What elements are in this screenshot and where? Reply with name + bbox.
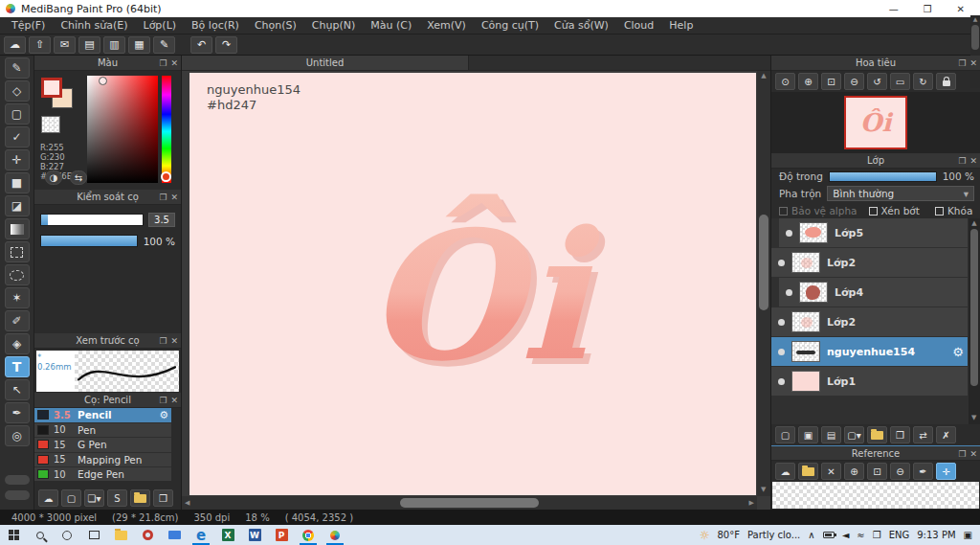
brush-row-gpen[interactable]: 15 G Pen [34, 438, 171, 453]
fill-shape-tool[interactable]: ■ [5, 172, 30, 193]
visibility-icon[interactable] [786, 230, 792, 237]
operation-tool[interactable]: ↖ [5, 379, 30, 400]
brush-list-scrollbar[interactable]: ▲ [970, 15, 980, 88]
hue-slider[interactable] [162, 76, 171, 183]
nav-zoom-tool-button[interactable]: ⊙ [775, 73, 795, 90]
menu-window[interactable]: Cửa sổ(W) [546, 19, 616, 32]
brush-size-value[interactable]: 3.5 [148, 213, 175, 227]
document-button[interactable]: ▥ [103, 36, 125, 54]
layer-row[interactable]: Lớp2 [771, 248, 968, 277]
add-layer-menu-button[interactable]: ▢▾ [844, 426, 864, 443]
nav-rotate-left-button[interactable]: ↺ [867, 73, 887, 90]
add-1bit-layer-button[interactable]: ▤ [821, 426, 841, 443]
brush-settings-icon[interactable]: ⚙ [159, 409, 168, 421]
select-eraser-tool[interactable]: ◈ [5, 333, 30, 354]
ref-zoom-out-button[interactable]: ⊖ [890, 463, 910, 480]
scroll-right-icon[interactable]: ▶ [749, 499, 754, 507]
add-brush-button[interactable]: ▢ [61, 489, 81, 507]
edge-button[interactable]: e [188, 525, 214, 545]
powerpoint-button[interactable]: P [268, 525, 295, 545]
brush-folder-button[interactable] [130, 489, 150, 507]
popout-icon[interactable]: ❐ [159, 396, 167, 405]
magic-wand-tool[interactable]: ✶ [5, 287, 30, 308]
color-wheel-button[interactable]: ◑ [45, 170, 62, 185]
brush-row-pen[interactable]: 10 Pen [34, 423, 171, 439]
canvas-horizontal-scrollbar[interactable]: ◀ ▶ [182, 496, 757, 510]
tray-expand-icon[interactable]: ∧ [808, 530, 814, 540]
sv-marker[interactable] [99, 77, 107, 85]
popout-icon[interactable]: ❐ [159, 58, 167, 68]
brush-row-pencil[interactable]: 3.5 Pencil ⚙ [34, 408, 171, 423]
menu-view[interactable]: Xem(V) [419, 19, 474, 32]
weather-temp[interactable]: 80°F [717, 530, 739, 540]
battery-icon[interactable] [823, 532, 835, 538]
sync-icon[interactable]: ❐ [873, 530, 881, 540]
eraser-tool[interactable]: ◇ [5, 80, 30, 102]
menu-file[interactable]: Tệp(F) [4, 19, 53, 32]
visibility-icon[interactable] [778, 349, 785, 355]
brush-tool[interactable]: ✎ [5, 57, 30, 79]
text-tool[interactable]: T [5, 356, 30, 377]
network-icon[interactable]: ≈ [857, 530, 864, 540]
drawing-canvas[interactable]: nguyenhue154 #hd247 Ôi Ôi [189, 73, 756, 495]
volume-icon[interactable]: ◄ [842, 530, 850, 540]
ref-zoom-fit-button[interactable]: ⊡ [867, 463, 887, 480]
menu-snap[interactable]: Chụp(N) [304, 19, 363, 32]
brush-cloud-button[interactable]: ☁ [38, 489, 58, 507]
select-pen-tool[interactable]: ✐ [5, 310, 30, 331]
select-tool[interactable] [5, 241, 30, 262]
navigator-thumbnail[interactable]: Ôi [844, 96, 907, 149]
layer-row[interactable]: Lớp5 [779, 218, 968, 247]
bucket-tool[interactable]: ◪ [5, 195, 30, 216]
popout-icon[interactable]: ❐ [159, 193, 167, 202]
document-tab[interactable]: Untitled [182, 56, 469, 70]
brush-row-edge-pen[interactable]: 10 Edge Pen [34, 467, 171, 481]
blend-mode-select[interactable]: Bình thường ▾ [827, 186, 974, 201]
display-app-button[interactable] [161, 525, 188, 545]
swap-colors-button[interactable]: ⇆ [70, 170, 87, 185]
ref-zoom-in-button[interactable]: ⊕ [844, 463, 864, 480]
visibility-icon[interactable] [778, 378, 785, 385]
close-icon[interactable]: ✕ [170, 58, 178, 68]
brush-size-slider[interactable] [40, 214, 144, 226]
add-brush-menu-button[interactable]: ❏▾ [84, 489, 104, 507]
add-8bit-layer-button[interactable]: ▣ [798, 426, 818, 443]
clock[interactable]: 9:13 PM [917, 530, 955, 540]
file-explorer-button[interactable] [107, 525, 134, 545]
layer-row[interactable]: Lớp2 [771, 307, 968, 336]
cortana-button[interactable] [54, 525, 80, 545]
clipping-checkbox[interactable] [869, 207, 878, 216]
close-icon[interactable]: ✕ [170, 193, 178, 202]
layer-row-selected[interactable]: nguyenhue154 ⚙ [771, 337, 968, 366]
cloud-button[interactable]: ☁ [4, 36, 26, 54]
vertical-scroll-thumb[interactable] [759, 215, 768, 310]
close-icon[interactable]: ✕ [969, 449, 977, 459]
move-tool[interactable]: ✛ [5, 149, 30, 170]
ref-clear-button[interactable]: ✕ [821, 463, 841, 480]
transparent-color-swatch[interactable] [41, 116, 60, 133]
comment-list-button[interactable]: ▤ [78, 36, 100, 54]
duplicate-layer-button[interactable]: ❐ [890, 426, 910, 443]
menu-filter[interactable]: Bộ lọc(R) [184, 19, 247, 32]
scroll-down-icon[interactable]: ▼ [761, 485, 766, 494]
foreground-color-swatch[interactable] [41, 78, 62, 98]
material-edit-button[interactable]: ✎ [153, 36, 175, 54]
undo-button[interactable]: ↶ [190, 36, 212, 54]
popout-icon[interactable]: ❐ [958, 58, 966, 68]
reference-image-area[interactable] [772, 482, 979, 509]
nav-fit-view-button[interactable]: ▭ [890, 73, 910, 90]
scroll-down-icon[interactable]: ▼ [971, 413, 976, 423]
line-snap-tool[interactable]: ✒ [5, 402, 30, 423]
saturation-value-picker[interactable] [87, 76, 158, 183]
merge-layer-button[interactable]: ⇄ [913, 426, 933, 443]
brush-row-mapping-pen[interactable]: 15 Mapping Pen [34, 453, 171, 468]
ref-hand-button[interactable]: ✛ [936, 463, 956, 480]
word-button[interactable]: W [241, 525, 268, 545]
script-brush-button[interactable]: S [107, 489, 127, 507]
medibang-taskbar-button[interactable] [322, 525, 348, 545]
nav-zoom-out-button[interactable]: ⊖ [844, 73, 864, 90]
scroll-up-icon[interactable]: ▲ [761, 72, 766, 79]
layer-row[interactable]: Lớp1 [771, 367, 968, 396]
nav-zoom-fit-button[interactable]: ⊡ [821, 73, 841, 90]
material-button[interactable]: ▦ [128, 36, 150, 54]
